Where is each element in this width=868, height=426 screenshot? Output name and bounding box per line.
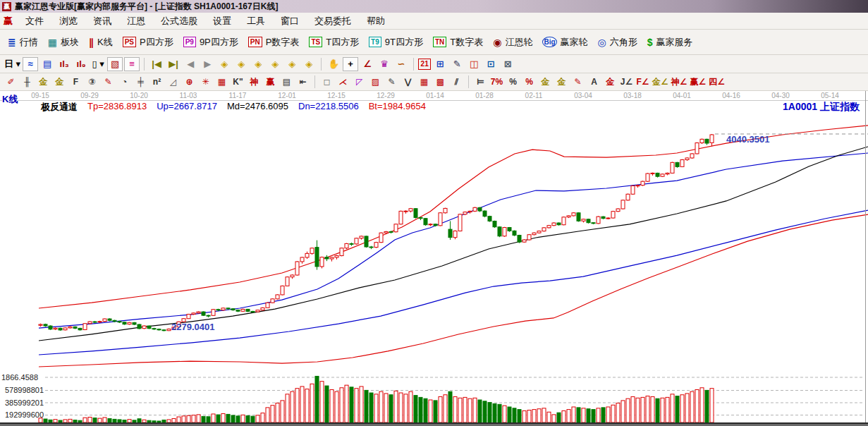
menu-item-5[interactable]: 设置 (205, 13, 239, 29)
angle-line-tool[interactable]: ◿ (166, 75, 181, 89)
menu-item-8[interactable]: 交易委托 (307, 13, 359, 29)
toolbar-button-winner-service[interactable]: $赢家服务 (642, 34, 698, 51)
percent-tool[interactable]: % (506, 75, 520, 89)
red-gridbox-tool[interactable]: ▩ (433, 75, 448, 89)
toolbar-button-9p-square[interactable]: P99P四方形 (178, 34, 243, 51)
toolbar-button-winner-wheel[interactable]: Big赢家轮 (537, 34, 592, 51)
red-pencil-tool[interactable]: ✎ (101, 75, 116, 89)
toolbar-button-p-square[interactable]: PSP四方形 (118, 34, 178, 51)
gold-ratio-tool2[interactable]: 金 (52, 75, 67, 89)
candle-style-dropdown[interactable]: ▯ ▾ (90, 57, 106, 71)
diamond-hexpand-icon[interactable]: ◈ (267, 57, 283, 71)
toolbar-button-sectors[interactable]: ▦板块 (43, 34, 84, 51)
gold-angle-tool[interactable]: 金∠ (652, 75, 669, 89)
diamond-right-icon[interactable]: ◈ (233, 57, 249, 71)
pattern-icon[interactable]: ▧ (107, 57, 123, 71)
fan-box-tool2[interactable]: ▨ (368, 75, 383, 89)
menu-item-4[interactable]: 公式选股 (153, 13, 205, 29)
angle-measure-icon[interactable]: ∠ (360, 57, 375, 71)
gold-ratio-tool[interactable]: 金 (36, 75, 51, 89)
pct-line-tool[interactable]: 7% (489, 75, 504, 89)
flag-pencil-tool[interactable]: ✎ (570, 75, 585, 89)
k-mark-tool[interactable]: K" (231, 75, 245, 89)
step3-icon[interactable]: ıl₃ (56, 57, 72, 71)
box-select-tool[interactable]: ◻ (319, 75, 334, 89)
a-curve-tool[interactable]: A (587, 75, 601, 89)
pencil-line-tool[interactable]: ✎ (384, 75, 399, 89)
pan-hand-icon[interactable]: ✋ (326, 57, 341, 71)
order-tool-icon[interactable]: ⊠ (500, 57, 515, 71)
first-page-button[interactable]: |◀ (149, 57, 164, 71)
menu-item-3[interactable]: 江恩 (119, 13, 153, 29)
titlebar[interactable]: 赢 赢家江恩专业版[赢家内部服务平台] - [上证指数 SH1A0001-167… (0, 0, 868, 13)
measure-tool[interactable]: ⇤ (295, 75, 310, 89)
next-button[interactable]: ▶ (200, 57, 215, 71)
ruler-123-tool[interactable]: ▤ (279, 75, 294, 89)
gold-line-tool[interactable]: 金 (554, 75, 569, 89)
gann-circle-tool[interactable]: ⊕ (182, 75, 197, 89)
toolbar-button-gann-wheel[interactable]: ◉江恩轮 (488, 34, 537, 51)
menu-item-9[interactable]: 帮助 (359, 13, 393, 29)
j-angle-tool[interactable]: J∠ (619, 75, 634, 89)
menu-item-2[interactable]: 资讯 (85, 13, 119, 29)
fib-tool[interactable]: F (68, 75, 83, 89)
scale-ruler-tool[interactable]: ⊨ (473, 75, 488, 89)
diamond-hshrink-icon[interactable]: ◈ (250, 57, 266, 71)
si-angle-tool[interactable]: 四∠ (708, 75, 726, 89)
date-tick: 10-20 (130, 92, 148, 99)
n-square-tool[interactable]: n² (149, 75, 164, 89)
fan-box-tool[interactable]: ◸ (352, 75, 367, 89)
ying-tool[interactable]: 赢 (263, 75, 278, 89)
histogram-icon[interactable]: ≡ (124, 57, 140, 71)
calendar-icon[interactable]: 21 (418, 59, 431, 70)
shen-tool[interactable]: 神 (247, 75, 262, 89)
shen-angle-tool[interactable]: 神∠ (671, 75, 688, 89)
menu-item-7[interactable]: 窗口 (273, 13, 307, 29)
tally-tool[interactable]: ╫ (20, 75, 35, 89)
gann-fan-tool[interactable]: ⋌ (336, 75, 350, 89)
monitor-icon[interactable]: ⊡ (483, 57, 499, 71)
red-percent-tool[interactable]: % (522, 75, 537, 89)
ying-angle-tool[interactable]: 赢∠ (690, 75, 707, 89)
toolbar-button-t-table[interactable]: TNT数字表 (428, 34, 488, 51)
toolbar-button-t-square[interactable]: TST四方形 (304, 34, 364, 51)
period-day-dropdown[interactable]: 日 ▾ (4, 57, 21, 71)
cycle3-tool[interactable]: ③ (85, 75, 99, 89)
notes-icon[interactable]: ✎ (449, 57, 465, 71)
last-page-button[interactable]: ▶| (166, 57, 181, 71)
prev-button[interactable]: ◀ (183, 57, 198, 71)
save-icon[interactable]: ◫ (466, 57, 482, 71)
menu-item-6[interactable]: 工具 (239, 13, 273, 29)
wave-icon[interactable]: ≈ (23, 57, 38, 71)
toolbar-button-9t-square[interactable]: T99T四方形 (364, 34, 428, 51)
parallel-lines-tool[interactable]: ⫽ (449, 75, 464, 89)
menu-item-0[interactable]: 文件 (18, 13, 51, 29)
chart-annotation-1: 2279.0401 (171, 322, 214, 332)
gold-underline-tool[interactable]: 金 (603, 75, 618, 89)
diamond-left-icon[interactable]: ◈ (216, 57, 232, 71)
menu-item-1[interactable]: 浏览 (51, 13, 85, 29)
kline-chart-area[interactable]: 09-1509-2910-2011-0311-1712-0112-1512-29… (0, 91, 868, 422)
clipboard-icon[interactable]: ▤ (39, 57, 55, 71)
toolbar-button-quotes[interactable]: ≣行情 (3, 34, 43, 51)
stamp-icon[interactable]: ♛ (377, 57, 392, 71)
f-angle-tool[interactable]: F∠ (635, 75, 650, 89)
step9-icon[interactable]: ıl₉ (73, 57, 89, 71)
toolbar-button-kline[interactable]: ∥K线 (84, 34, 118, 51)
red-grid-tool[interactable]: ▦ (417, 75, 432, 89)
diamond-expand-icon[interactable]: ◈ (301, 57, 317, 71)
calculator-icon[interactable]: ⊞ (432, 57, 448, 71)
diamond-compress-icon[interactable]: ◈ (284, 57, 300, 71)
toolbar-button-p-table[interactable]: PNP数字表 (243, 34, 305, 51)
brush-tool[interactable]: ✐ (4, 75, 18, 89)
circle-cycle-tool[interactable]: ◔ (117, 75, 132, 89)
curve-tool-icon[interactable]: ∽ (393, 57, 409, 71)
kline-chart-svg[interactable]: 09-1509-2910-2011-0311-1712-0112-1512-29… (0, 91, 868, 422)
tally-tool2[interactable]: ╪ (133, 75, 148, 89)
zigzag-tool[interactable]: ⋁ (401, 75, 415, 89)
toolbar-button-hexagon[interactable]: ◎六角形 (593, 34, 642, 51)
gann-star-tool[interactable]: ✳ (198, 75, 213, 89)
gold-circle-tool[interactable]: 金 (538, 75, 553, 89)
crosshair-icon[interactable]: + (343, 57, 358, 71)
gann-grid-tool[interactable]: ▦ (214, 75, 229, 89)
